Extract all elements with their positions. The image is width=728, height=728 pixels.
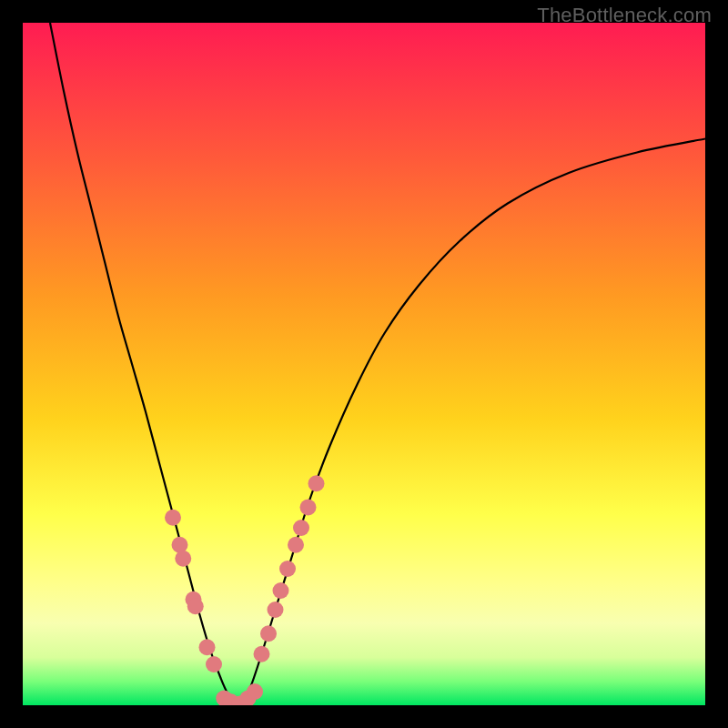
data-marker bbox=[288, 537, 304, 553]
data-marker bbox=[187, 598, 204, 614]
marker-group bbox=[165, 475, 325, 705]
data-marker bbox=[165, 510, 181, 526]
bottleneck-curve bbox=[50, 23, 705, 704]
data-marker bbox=[254, 646, 270, 662]
data-marker bbox=[268, 602, 284, 618]
chart-frame: TheBottleneck.com bbox=[0, 0, 728, 728]
data-marker bbox=[172, 537, 188, 553]
data-marker bbox=[199, 639, 216, 655]
data-marker bbox=[175, 551, 191, 567]
data-marker bbox=[279, 561, 296, 577]
plot-area bbox=[23, 23, 705, 705]
data-marker bbox=[293, 520, 309, 536]
data-marker bbox=[300, 500, 317, 516]
data-marker bbox=[247, 683, 263, 700]
data-marker bbox=[260, 625, 277, 642]
data-marker bbox=[273, 582, 289, 599]
watermark-label: TheBottleneck.com bbox=[537, 4, 712, 27]
data-marker bbox=[206, 656, 222, 672]
data-marker bbox=[308, 475, 325, 491]
bottleneck-curve-svg bbox=[23, 23, 705, 705]
